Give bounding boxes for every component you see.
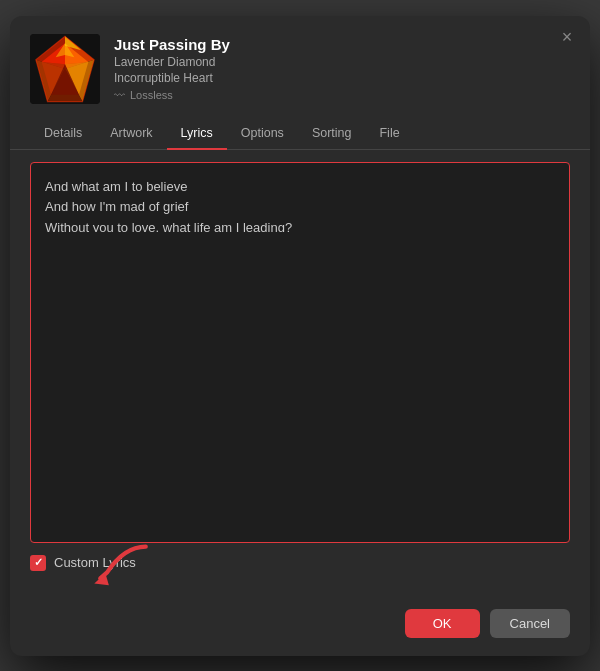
- tab-lyrics[interactable]: Lyrics: [167, 118, 227, 150]
- check-icon: ✓: [34, 556, 43, 569]
- track-artist: Lavender Diamond: [114, 55, 230, 69]
- lossless-icon: 〰: [114, 89, 125, 101]
- track-info: Just Passing By Lavender Diamond Incorru…: [114, 36, 230, 101]
- ok-button[interactable]: OK: [405, 609, 480, 638]
- content-area: ✓ Custom Lyrics: [10, 150, 590, 589]
- track-header: Just Passing By Lavender Diamond Incorru…: [10, 16, 590, 118]
- lyrics-area: [30, 162, 570, 543]
- album-art: [30, 34, 100, 104]
- track-album: Incorruptible Heart: [114, 71, 230, 85]
- custom-lyrics-checkbox[interactable]: ✓: [30, 555, 46, 571]
- lyrics-input[interactable]: [31, 163, 569, 233]
- custom-lyrics-row: ✓ Custom Lyrics: [30, 543, 570, 577]
- arrow-indicator: [90, 541, 150, 595]
- cancel-button[interactable]: Cancel: [490, 609, 570, 638]
- tab-file[interactable]: File: [365, 118, 413, 150]
- tab-details[interactable]: Details: [30, 118, 96, 150]
- tab-options[interactable]: Options: [227, 118, 298, 150]
- tab-sorting[interactable]: Sorting: [298, 118, 366, 150]
- close-button[interactable]: ×: [558, 28, 576, 46]
- footer: OK Cancel: [10, 599, 590, 656]
- tab-bar: Details Artwork Lyrics Options Sorting F…: [10, 118, 590, 150]
- quality-label: Lossless: [130, 89, 173, 101]
- dialog: ×: [10, 16, 590, 656]
- track-quality: 〰 Lossless: [114, 89, 230, 101]
- tab-artwork[interactable]: Artwork: [96, 118, 166, 150]
- track-title: Just Passing By: [114, 36, 230, 53]
